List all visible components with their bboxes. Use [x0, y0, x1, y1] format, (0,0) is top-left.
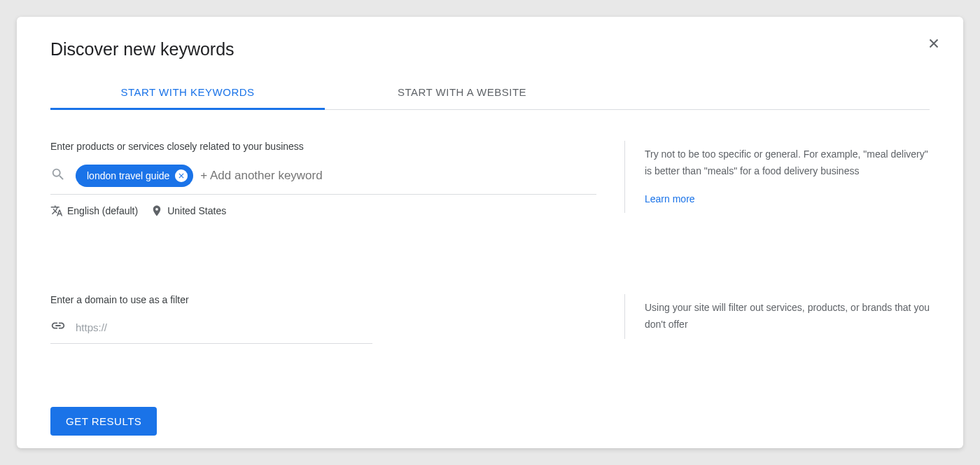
page-title: Discover new keywords [50, 39, 930, 60]
translate-icon [50, 204, 63, 217]
close-button[interactable] [924, 34, 944, 53]
chip-remove-button[interactable] [175, 169, 188, 182]
keyword-input-container[interactable]: london travel guide [50, 165, 596, 195]
keywords-form: Enter products or services closely relat… [50, 141, 596, 217]
close-icon [926, 36, 941, 51]
location-icon [150, 204, 163, 217]
targeting-settings: English (default) United States [50, 204, 596, 217]
location-selector[interactable]: United States [150, 204, 226, 217]
tab-start-with-website[interactable]: START WITH A WEBSITE [325, 76, 599, 109]
domain-input[interactable] [76, 321, 372, 333]
hint-text: Try not to be too specific or general. F… [645, 146, 930, 180]
keyword-planner-modal: Discover new keywords START WITH KEYWORD… [17, 17, 963, 448]
tab-start-with-keywords[interactable]: START WITH KEYWORDS [50, 76, 325, 110]
tab-bar: START WITH KEYWORDS START WITH A WEBSITE [50, 76, 930, 110]
keywords-label: Enter products or services closely relat… [50, 141, 596, 152]
location-value: United States [167, 205, 226, 216]
add-keyword-input[interactable] [200, 169, 596, 183]
close-icon [177, 172, 186, 180]
domain-input-container [50, 318, 372, 344]
chip-text: london travel guide [87, 170, 169, 181]
learn-more-link[interactable]: Learn more [645, 191, 695, 208]
language-selector[interactable]: English (default) [50, 204, 138, 217]
keywords-hint-column: Try not to be too specific or general. F… [596, 141, 930, 217]
domain-label: Enter a domain to use as a filter [50, 294, 596, 305]
keywords-hint: Try not to be too specific or general. F… [624, 141, 930, 213]
get-results-button[interactable]: GET RESULTS [50, 407, 157, 436]
keyword-chip: london travel guide [76, 165, 193, 187]
link-icon [50, 318, 66, 336]
domain-form: Enter a domain to use as a filter [50, 294, 596, 344]
domain-hint-column: Using your site will filter out services… [596, 294, 930, 344]
domain-hint: Using your site will filter out services… [624, 294, 930, 339]
keywords-section: Enter products or services closely relat… [50, 141, 930, 217]
search-icon [50, 167, 66, 185]
language-value: English (default) [67, 205, 138, 216]
domain-section: Enter a domain to use as a filter Using … [50, 294, 930, 344]
